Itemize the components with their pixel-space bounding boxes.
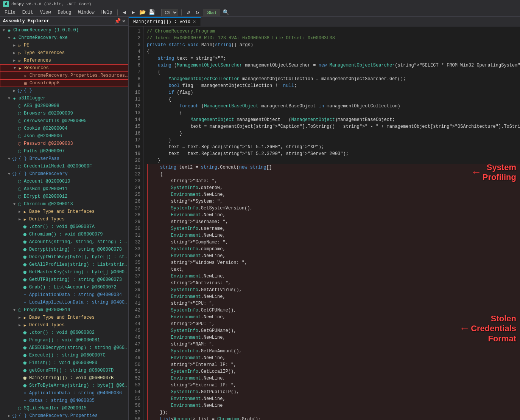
tree-expand-icon[interactable]: ▶ <box>12 88 17 93</box>
line-number: 47 <box>129 341 140 348</box>
toolbar-undo-btn[interactable]: ↺ <box>184 9 192 16</box>
tree-item[interactable]: ⬡Browsers @02000009 <box>0 110 128 117</box>
code-tab-main[interactable]: Main(string[]) : void × <box>129 17 201 26</box>
tree-item[interactable]: ▪datas : string @04000035 <box>0 397 128 405</box>
menu-help[interactable]: Help <box>98 9 115 16</box>
tree-item[interactable]: ▶▶Derived Types <box>0 321 128 329</box>
tree-item[interactable]: ▼◉ChromeRecovery (1.0.0.0) <box>0 26 128 34</box>
tree-item[interactable]: ▼▶Resources <box>0 64 128 72</box>
tree-item[interactable]: ▪LocalApplicationData : string @04000033 <box>0 299 128 306</box>
menu-file[interactable]: File <box>2 9 19 16</box>
tree-item[interactable]: ⬟.ctor() : void @0600007A <box>0 223 128 231</box>
tree-expand-icon[interactable]: ▶ <box>17 315 22 320</box>
titlebar-icon: d <box>3 1 9 7</box>
tree-expand-icon[interactable]: ▶ <box>7 414 11 418</box>
code-line-highlighted: string">"CPU: ", <box>147 300 520 307</box>
code-line-highlighted: text, <box>147 266 520 273</box>
tree-item[interactable]: ⬡Password @02000003 <box>0 140 128 147</box>
tree-expand-icon[interactable]: ▼ <box>12 66 17 70</box>
tree-item[interactable]: ⬡Account @02000010 <box>0 178 128 185</box>
tree-item[interactable]: ▶▷PE <box>0 42 128 49</box>
menu-window[interactable]: Window <box>75 9 97 16</box>
tab-close-btn[interactable]: × <box>193 19 196 25</box>
tree-item[interactable]: ⬡Paths @02000007 <box>0 147 128 155</box>
tree-item[interactable]: ⬡cBrowserUtils @02000005 <box>0 117 128 125</box>
tree-item[interactable]: ⬡SQLiteHandler @02000015 <box>0 405 128 412</box>
tree-item[interactable]: ▶▷Type References <box>0 49 128 57</box>
tree-item[interactable]: ▪ApplicationData : string @04000034 <box>0 291 128 299</box>
tree-item[interactable]: ⬡Json @02000006 <box>0 132 128 140</box>
tree-expand-icon[interactable]: ▼ <box>7 157 11 161</box>
menu-edit[interactable]: Edit <box>19 9 36 16</box>
tree-item[interactable]: ⬟GetUTF8(string) : string @06000073 <box>0 276 128 284</box>
tree-item[interactable]: ⬟AESECBDecrypt(string) : string @0600007… <box>0 344 128 352</box>
toolbar-back-btn[interactable]: ◀ <box>120 9 128 16</box>
tree-item[interactable]: ⬟getCoreFTP() : string @0600007D <box>0 367 128 374</box>
tree-item[interactable]: ▶▷References <box>0 57 128 64</box>
start-button[interactable]: Start <box>203 9 220 16</box>
tree-item[interactable]: ⬟StrToByteArray(string) : byte[] @060000… <box>0 382 128 389</box>
tree-item[interactable]: ▼{}{ } ChromeRecovery <box>0 170 128 178</box>
tree-expand-icon[interactable]: ▼ <box>7 96 11 101</box>
tree-item[interactable]: ▶{}{ } <box>0 87 128 95</box>
tree-item[interactable]: ⬡Cookie @02000004 <box>0 125 128 132</box>
menu-view[interactable]: View <box>37 9 54 16</box>
tree-item[interactable]: ▶{}{ } ChromeRecovery.Properties <box>0 412 128 420</box>
tree-item[interactable]: ⬡AesGcm @02000011 <box>0 185 128 193</box>
language-selector[interactable]: C# IL VB <box>161 9 178 16</box>
tree-item[interactable]: ▼{}{ } BrowserPass <box>0 155 128 163</box>
tree-item[interactable]: ⬟GetAllProfiles(string) : List<string> @… <box>0 261 128 268</box>
tree-item[interactable]: ⬟Execute() : string @0600007C <box>0 352 128 359</box>
tree-item[interactable]: ⬟Finish() : void @06000080 <box>0 359 128 367</box>
tree-node-icon: ⬡ <box>17 163 23 169</box>
panel-pin-btn[interactable]: 📌 <box>114 18 121 24</box>
code-line: } <box>147 157 520 164</box>
tree-item[interactable]: ⬟Grab() : List<Account> @06000072 <box>0 284 128 291</box>
code-line-highlighted: Environment.NewLine, <box>147 375 520 382</box>
tree-item[interactable]: ⬟.ctor() : void @06000082 <box>0 329 128 336</box>
menu-debug[interactable]: Debug <box>54 9 74 16</box>
tree-expand-icon[interactable]: ▼ <box>2 28 6 33</box>
tree-item[interactable]: ▼⬡Program @02000014 <box>0 306 128 314</box>
tree-item[interactable]: ⬟DecryptWithKey(byte[], byte[]) : string… <box>0 253 128 261</box>
toolbar-save-btn[interactable]: 💾 <box>147 9 156 16</box>
tree-item[interactable]: ⬟Decrypt(string) : string @06000078 <box>0 246 128 253</box>
tree-item[interactable]: ⬡BCrypt @02000012 <box>0 193 128 200</box>
toolbar-search-btn[interactable]: 🔍 <box>222 9 230 16</box>
tree-item[interactable]: ⬡CredentialModel @0200000F <box>0 163 128 170</box>
tree-item[interactable]: ⬟Chromium() : void @06000079 <box>0 231 128 238</box>
tree-expand-icon[interactable]: ▶ <box>12 58 17 63</box>
tree-item[interactable]: ▶▶Base Type and Interfaces <box>0 208 128 215</box>
code-line-highlighted: Environment.NewLine, <box>147 253 520 259</box>
tree-item[interactable]: ▼◈ChromeRecovery.exe <box>0 34 128 42</box>
tree-expand-icon[interactable]: ▶ <box>17 217 22 222</box>
tree-item[interactable]: ▦ConsoleApp8 <box>0 79 128 87</box>
tree-item[interactable]: ⬟Program() : void @06000081 <box>0 336 128 344</box>
toolbar-open-btn[interactable]: 📂 <box>138 9 146 16</box>
tree-expand-icon[interactable]: ▶ <box>17 323 22 327</box>
tree-node-label: { } <box>24 88 32 93</box>
tree-expand-icon[interactable]: ▼ <box>7 172 11 176</box>
tree-item[interactable]: ▷ChromeRecovery.Properties.Resources.res… <box>0 72 128 79</box>
tree-item[interactable]: ▼⬡Chromium @02000013 <box>0 200 128 208</box>
tree-item[interactable]: ⬟GetMasterKey(string) : byte[] @06000077 <box>0 268 128 276</box>
tree-expand-icon[interactable]: ▶ <box>17 209 22 214</box>
panel-close-btn[interactable]: ✕ <box>122 18 125 24</box>
tree-expand-icon[interactable]: ▼ <box>12 308 17 312</box>
toolbar-forward-btn[interactable]: ▶ <box>129 9 137 16</box>
tree-node-label: getCoreFTP() : string @0600007D <box>29 368 114 373</box>
tree-expand-icon[interactable]: ▼ <box>12 202 17 206</box>
toolbar-redo-btn[interactable]: ↻ <box>193 9 201 16</box>
tree-expand-icon[interactable]: ▼ <box>7 36 11 40</box>
tree-expand-icon[interactable]: ▶ <box>12 43 17 48</box>
tree-item[interactable]: ▶▶Base Type and Interfaces <box>0 314 128 321</box>
tree-expand-icon[interactable]: ▶ <box>12 51 17 55</box>
tree-item[interactable]: ▪ApplicationData : string @04000036 <box>0 389 128 397</box>
code-content[interactable]: // ChromeRecovery.Program// Token: 0x060… <box>144 26 520 420</box>
tree-item[interactable]: ▶▶Derived Types <box>0 215 128 223</box>
tree-item[interactable]: ⬟Main(string[]) : void @0600007B <box>0 374 128 382</box>
tree-item[interactable]: ⬡AES @02000008 <box>0 102 128 110</box>
tree-item[interactable]: ▼◈a310logger <box>0 95 128 102</box>
tree-item[interactable]: ⬟Accounts(string, string, string) : List… <box>0 238 128 246</box>
code-line: text = managementObject[string">"Caption… <box>147 123 520 130</box>
